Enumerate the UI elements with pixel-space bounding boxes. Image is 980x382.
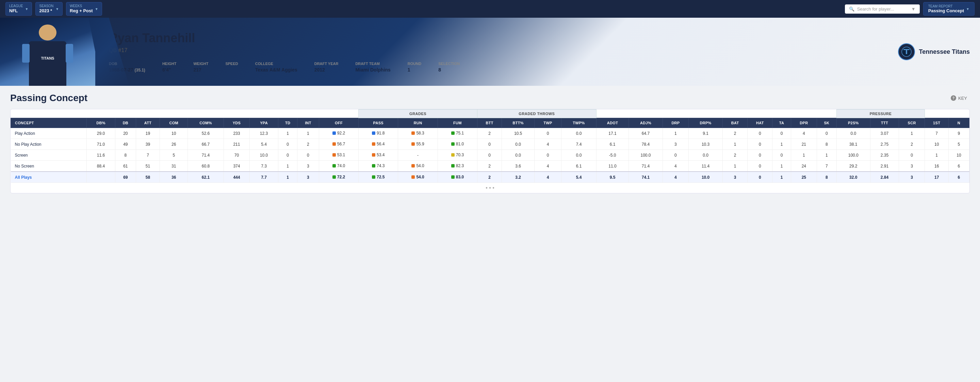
col-ttt: TTT	[870, 118, 899, 128]
col-run: RUN	[398, 118, 438, 128]
col-twp: TWP	[534, 118, 561, 128]
league-dropdown[interactable]: LEAGUE NFL ▼	[5, 2, 32, 16]
table-cell: 2	[723, 128, 748, 139]
table-cell: 11.4	[689, 161, 723, 172]
table-cell: 29.2	[837, 161, 870, 172]
player-weight: WEIGHT 217	[193, 62, 208, 73]
table-cell: 4	[662, 172, 689, 183]
player-draft-team: DRAFT TEAM Miami Dolphins	[355, 62, 390, 73]
table-cell: 0	[278, 150, 298, 161]
table-cell: 12.3	[250, 128, 278, 139]
titans-logo-icon	[901, 47, 912, 57]
season-dropdown[interactable]: SEASON 2023 * ▼	[35, 2, 63, 16]
table-cell: 0	[772, 128, 791, 139]
player-search[interactable]: 🔍 Search for player... ▼	[845, 5, 920, 14]
col-ta: TA	[772, 118, 791, 128]
table-cell: 6.1	[562, 161, 597, 172]
empty-group-3	[925, 110, 969, 118]
table-cell: 5.4	[250, 139, 278, 150]
col-n: N	[948, 118, 969, 128]
table-cell: 4	[534, 139, 561, 150]
player-selection: SELECTION 8	[438, 62, 460, 73]
table-cell: 444	[224, 172, 250, 183]
table-cell: 5	[948, 139, 969, 150]
player-height: HEIGHT 6'4"	[162, 62, 177, 73]
col-btt: BTT	[477, 118, 502, 128]
weeks-dropdown[interactable]: WEEKS Reg + Post ▼	[66, 2, 102, 16]
table-cell: 6	[948, 161, 969, 172]
table-cell: 8	[817, 139, 837, 150]
weeks-label: WEEKS	[70, 4, 93, 8]
table-cell: 10.3	[689, 139, 723, 150]
season-chevron-icon: ▼	[56, 7, 59, 11]
table-cell	[86, 172, 115, 183]
table-cell: -	[398, 150, 438, 161]
table-cell: 62.1	[188, 172, 224, 183]
col-1st: 1ST	[925, 118, 948, 128]
col-com: COM	[160, 118, 188, 128]
table-cell: 1	[723, 161, 748, 172]
col-att: ATT	[136, 118, 159, 128]
table-cell: 49	[115, 139, 136, 150]
table-cell: 3.6	[502, 161, 535, 172]
table-cell: 72.2	[319, 172, 358, 183]
table-cell: 10.5	[502, 128, 535, 139]
search-chevron-icon: ▼	[911, 6, 916, 11]
table-cell: 2.84	[870, 172, 899, 183]
table-cell: 64.7	[629, 128, 662, 139]
player-info: Ryan Tannehill QB #17 DOB 1988-07-27 (35…	[95, 18, 888, 86]
key-button[interactable]: ? KEY	[948, 94, 970, 102]
team-report-button[interactable]: TEAM REPORT Passing Concept ▼	[923, 2, 975, 16]
team-report-label: TEAM REPORT	[928, 5, 964, 8]
table-cell: 233	[224, 128, 250, 139]
concept-cell: No Play Action	[11, 139, 87, 150]
table-cell: 36	[160, 172, 188, 183]
table-cell: 0.0	[562, 150, 597, 161]
table-cell: 100.0	[837, 150, 870, 161]
table-cell: 1	[278, 128, 298, 139]
player-speed: SPEED	[225, 62, 238, 73]
top-nav: LEAGUE NFL ▼ SEASON 2023 * ▼ WEEKS Reg +…	[0, 0, 980, 18]
table-cell: 0.0	[502, 139, 535, 150]
col-fum: FUM	[438, 118, 477, 128]
table-cell: 5.4	[562, 172, 597, 183]
table-cell: 56.4	[359, 139, 398, 150]
col-drp: DRP	[662, 118, 689, 128]
table-cell: 71.4	[629, 161, 662, 172]
table-cell: 3.2	[502, 172, 535, 183]
table-cell: 0	[477, 150, 502, 161]
table-cell: 17	[925, 172, 948, 183]
table-cell: 2	[477, 128, 502, 139]
table-cell: 26	[160, 139, 188, 150]
table-cell: 29.0	[86, 128, 115, 139]
section-title: Passing Concept	[10, 92, 88, 103]
table-cell: 7.3	[250, 161, 278, 172]
table-cell: 0	[748, 172, 772, 183]
svg-rect-1	[904, 49, 910, 50]
table-cell: 74.1	[629, 172, 662, 183]
table-cell: 71.0	[86, 139, 115, 150]
table-cell: 11.0	[596, 161, 629, 172]
table-cell: 92.2	[319, 128, 358, 139]
table-cell: 78.4	[629, 139, 662, 150]
info-icon: ?	[951, 96, 956, 101]
season-label: SEASON	[39, 4, 53, 8]
table-cell: 1	[817, 150, 837, 161]
search-icon: 🔍	[849, 6, 854, 11]
table-cell: 58	[136, 172, 159, 183]
table-cell: 38.1	[837, 139, 870, 150]
col-db-pct: DB%	[86, 118, 115, 128]
table-cell: 2.75	[870, 139, 899, 150]
table-cell: 3	[899, 161, 925, 172]
table-cell: 1	[899, 128, 925, 139]
table-cell: 20	[115, 128, 136, 139]
table-cell: 10	[925, 139, 948, 150]
total-row: All Plays 69583662.1 4447.713 72.2 72.5 …	[11, 172, 969, 183]
table-cell: 374	[224, 161, 250, 172]
weeks-chevron-icon: ▼	[95, 7, 98, 11]
table-col-header-row: CONCEPT DB% DB ATT COM COM% YDS YPA TD I…	[11, 118, 969, 128]
svg-rect-2	[906, 50, 907, 54]
table-cell: 71.4	[188, 150, 224, 161]
scroll-indicator: • • •	[11, 183, 969, 193]
team-report-value: Passing Concept	[928, 8, 964, 13]
